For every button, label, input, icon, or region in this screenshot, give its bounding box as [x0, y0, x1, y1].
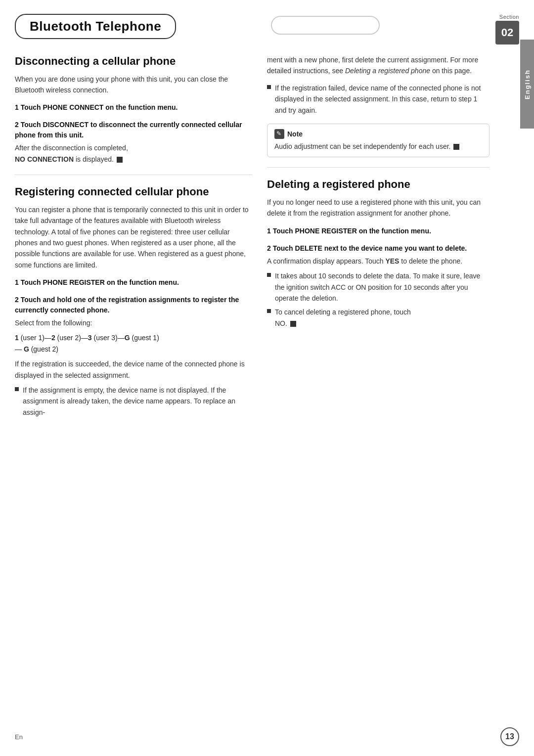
section-separator-1	[15, 175, 252, 175]
bluetooth-title-box: Bluetooth Telephone	[15, 14, 176, 39]
seq-1: 1	[15, 334, 19, 342]
footer-lang: En	[15, 733, 23, 741]
section2-heading: Registering connected cellular phone	[15, 185, 252, 199]
note-title: Note	[287, 130, 303, 138]
deleting-body2-text: A confirmation display appears. Touch	[267, 257, 384, 265]
right-column: ment with a new phone, first delete the …	[267, 54, 504, 421]
page-title: Bluetooth Telephone	[30, 19, 161, 34]
section-separator-2	[267, 167, 490, 168]
bullet-square-icon-1	[15, 387, 19, 391]
note-box: Note Audio adjustment can be set indepen…	[267, 124, 490, 157]
right-continued-body: ment with a new phone, first delete the …	[267, 54, 490, 77]
seq-g2-label: (guest 2)	[29, 345, 58, 353]
note-pencil-icon	[274, 129, 284, 139]
footer-row: En 13	[0, 727, 534, 746]
section2-bullet1: If the assignment is empty, the device n…	[15, 385, 252, 418]
section-number: 02	[495, 21, 519, 44]
footer-page-number: 13	[500, 727, 519, 746]
section1-step2-suffix: is displayed.	[74, 155, 114, 163]
deleting-bullet2: To cancel deleting a registered phone, t…	[267, 307, 490, 329]
seq-1-label: (user 1)—	[19, 334, 51, 342]
seq-g2: G	[24, 345, 29, 353]
bullet-square-icon-3	[267, 273, 271, 277]
header-row: Bluetooth Telephone Section 02	[0, 0, 534, 44]
section1-body: When you are done using your phone with …	[15, 74, 252, 96]
main-content: Disconnecting a cellular phone When you …	[0, 44, 534, 436]
section2-body: You can register a phone that is tempora…	[15, 204, 252, 270]
section2-step2-heading: 2 Touch and hold one of the registration…	[15, 295, 252, 315]
deleting-step1-heading: 1 Touch PHONE REGISTER on the function m…	[267, 226, 490, 236]
seq-dash: —	[15, 345, 24, 353]
section1-step2-bold: NO CONNECTION	[15, 155, 74, 163]
note-body-text: Audio adjustment can be set independentl…	[274, 142, 450, 150]
stop-icon-3	[290, 321, 296, 327]
deleting-step2-body: A confirmation display appears. Touch YE…	[267, 256, 490, 267]
stop-icon-1	[117, 157, 123, 163]
seq-g1: G	[125, 334, 130, 342]
note-title-row: Note	[274, 129, 482, 139]
deleting-step2-heading: 2 Touch DELETE next to the device name y…	[267, 243, 490, 254]
bullet-square-icon-4	[267, 309, 271, 313]
bullet-square-icon-2	[267, 85, 271, 89]
right-bullet1-text: If the registration failed, device name …	[275, 83, 490, 116]
seq-g1-label: (guest 1)	[130, 334, 159, 342]
deleting-heading: Deleting a registered phone	[267, 178, 490, 192]
section1-step2-body: After the disconnection is completed, NO…	[15, 142, 252, 165]
right-bullet1: If the registration failed, device name …	[267, 83, 490, 116]
section1-step1-heading: 1 Touch PHONE CONNECT on the function me…	[15, 102, 252, 113]
section2-sequence: 1 (user 1)—2 (user 2)—3 (user 3)—G (gues…	[15, 332, 252, 355]
seq-3: 3	[88, 334, 92, 342]
section1-step2-body-text: After the disconnection is completed,	[15, 144, 128, 152]
deleting-yes: YES	[385, 257, 399, 265]
section2-step2-body2: If the registration is succeeded, the de…	[15, 358, 252, 381]
right-body1-suffix: on this page.	[432, 67, 472, 75]
header-oval	[271, 16, 380, 35]
section-label: Section	[499, 14, 519, 20]
seq-2: 2	[51, 334, 55, 342]
deleting-bullet1-text: It takes about 10 seconds to delete the …	[275, 270, 490, 304]
english-sidebar-label: English	[524, 69, 531, 99]
left-column: Disconnecting a cellular phone When you …	[15, 54, 252, 421]
deleting-bullet2-bold: NO.	[275, 319, 287, 327]
note-body: Audio adjustment can be set independentl…	[274, 141, 482, 152]
section-badge-area: Section 02	[475, 14, 519, 44]
deleting-bullet1: It takes about 10 seconds to delete the …	[267, 270, 490, 304]
deleting-bullet2-prefix: To cancel deleting a registered phone, t…	[275, 308, 411, 316]
seq-3-label: (user 3)—	[92, 334, 125, 342]
deleting-body2-suffix: to delete the phone.	[401, 257, 462, 265]
deleting-bullet2-text: To cancel deleting a registered phone, t…	[275, 307, 411, 329]
page-container: Bluetooth Telephone Section 02 English D…	[0, 0, 534, 756]
section2-step2-body1: Select from the following:	[15, 317, 252, 328]
section1-step2-heading: 2 Touch DISCONNECT to disconnect the cur…	[15, 120, 252, 140]
header-center-area	[176, 14, 475, 35]
stop-icon-note	[453, 144, 459, 150]
english-label-container: English	[520, 40, 534, 129]
deleting-body: If you no longer need to use a registere…	[267, 197, 490, 219]
section2-bullet1-text: If the assignment is empty, the device n…	[23, 385, 252, 418]
right-italic-link: Deleting a registered phone	[345, 67, 430, 75]
section1-heading: Disconnecting a cellular phone	[15, 54, 252, 69]
section2-step1-heading: 1 Touch PHONE REGISTER on the function m…	[15, 277, 252, 288]
seq-2-label: (user 2)—	[55, 334, 88, 342]
